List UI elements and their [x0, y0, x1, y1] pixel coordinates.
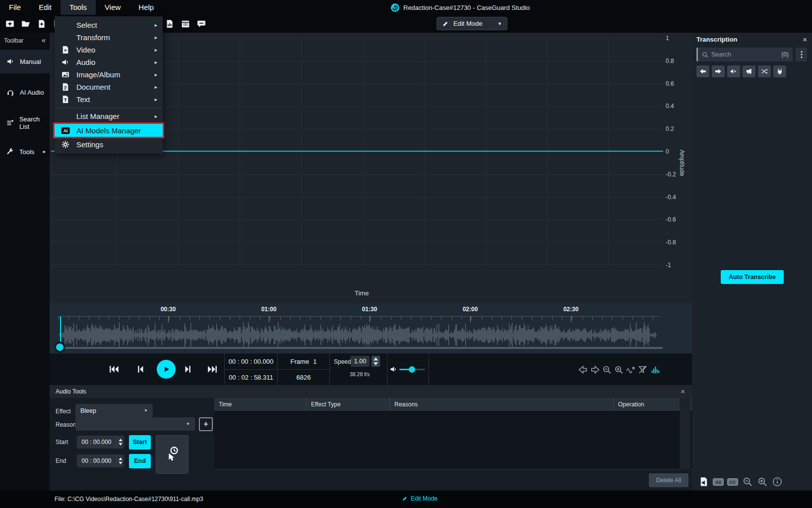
zoom-out-icon[interactable]: [602, 365, 612, 374]
plug-button[interactable]: [773, 65, 786, 77]
menu-item-settings[interactable]: Settings: [55, 138, 163, 151]
overview-waveform[interactable]: [59, 321, 660, 349]
mark-start-button[interactable]: Start: [129, 435, 151, 450]
add-reason-button[interactable]: +: [199, 417, 213, 431]
ytick: -0.8: [666, 239, 686, 246]
menu-item-list-manager[interactable]: List Manager►: [55, 110, 163, 122]
filter-off-icon[interactable]: [638, 365, 647, 374]
ytick: 0.2: [666, 125, 686, 132]
closed-captions-icon[interactable]: CC: [727, 478, 738, 486]
search-list-icon: [6, 119, 14, 127]
volume-icon[interactable]: [389, 365, 398, 373]
info-icon[interactable]: [772, 477, 783, 487]
table-scrollbar[interactable]: [680, 398, 690, 469]
search-match-count: (0): [781, 51, 789, 58]
open-folder-icon[interactable]: [21, 19, 31, 28]
menu-item-image-album[interactable]: Image/Album►: [55, 68, 163, 81]
next-frame-button[interactable]: [183, 364, 193, 374]
start-time-value: 00 : 00.000: [77, 439, 116, 446]
time-display-cell: 00 : 00 : 00.000 00 : 02 : 58.311: [224, 353, 278, 386]
menu-item-document[interactable]: Document►: [55, 81, 163, 93]
menu-item-transform[interactable]: Transform►: [55, 31, 163, 44]
column-header-time[interactable]: Time: [214, 398, 307, 411]
translate-icon[interactable]: A2: [713, 478, 724, 486]
new-case-icon[interactable]: [5, 19, 15, 28]
audio-tools-title: Audio Tools: [56, 388, 86, 395]
transcription-search-box[interactable]: (0): [696, 48, 793, 61]
delete-all-button[interactable]: Delete All: [649, 473, 688, 487]
clear-selection-icon[interactable]: [626, 365, 635, 374]
auto-transcribe-button[interactable]: Auto Transcribe: [721, 270, 784, 284]
submenu-arrow-icon: ►: [154, 60, 158, 65]
shuffle-button[interactable]: [758, 65, 771, 77]
sidebar-item-search-list[interactable]: Search List: [0, 111, 50, 135]
start-time-input[interactable]: 00 : 00.000: [77, 436, 124, 449]
start-time-spinner[interactable]: [116, 436, 124, 449]
volume-slider-thumb[interactable]: [409, 366, 415, 373]
audio-spectrum-icon[interactable]: [651, 365, 660, 374]
redo-view-icon[interactable]: [590, 365, 600, 374]
menu-item-video[interactable]: Video►: [55, 44, 163, 56]
next-match-button[interactable]: [712, 65, 725, 77]
announce-button[interactable]: [743, 65, 755, 77]
chat-icon[interactable]: [196, 19, 206, 28]
sidebar-item-tools[interactable]: Tools ►: [0, 140, 50, 164]
playhead-cursor[interactable]: [60, 316, 61, 342]
speed-input[interactable]: 1.00: [351, 356, 370, 367]
menu-view[interactable]: View: [96, 0, 129, 15]
pick-time-button[interactable]: [156, 435, 188, 474]
file-path: File: C:\CG Videos\Redaction-Case#12730\…: [55, 496, 203, 503]
end-time-spinner[interactable]: [116, 454, 124, 467]
close-icon[interactable]: ×: [681, 387, 685, 395]
search-options-button[interactable]: [796, 48, 807, 61]
reasons-select[interactable]: ▼: [75, 417, 195, 431]
zoom-out-icon[interactable]: [742, 477, 753, 487]
search-input[interactable]: [711, 51, 778, 58]
menu-help[interactable]: Help: [129, 0, 163, 15]
menu-edit[interactable]: Edit: [30, 0, 61, 15]
menu-tools[interactable]: Tools: [61, 0, 96, 15]
menu-file[interactable]: File: [0, 0, 30, 15]
skip-to-end-button[interactable]: [207, 364, 218, 374]
sidebar-item-ai-audio[interactable]: AI Audio: [0, 80, 50, 104]
play-icon: [162, 365, 170, 373]
speed-spinner[interactable]: [372, 356, 380, 367]
menu-item-ai-models-manager[interactable]: AI AI Models Manager: [55, 124, 163, 137]
previous-match-button[interactable]: [696, 65, 709, 77]
menu-item-select[interactable]: Select►: [55, 19, 163, 31]
window-title-group: Redaction-Case#12730 - CaseGuard Studio: [391, 0, 530, 15]
ytick: -0.4: [666, 194, 686, 201]
effects-table-body[interactable]: [214, 411, 740, 469]
spin-up-icon[interactable]: [374, 357, 378, 361]
seek-slider-track[interactable]: [55, 347, 663, 349]
previous-frame-button[interactable]: [135, 364, 146, 374]
zoom-in-icon[interactable]: [614, 365, 624, 374]
column-header-operation[interactable]: Operation: [614, 398, 680, 411]
collapse-sidebar-icon[interactable]: «: [42, 36, 46, 44]
calendar-icon[interactable]: [181, 19, 190, 28]
column-header-effect-type[interactable]: Effect Type: [307, 398, 390, 411]
fps-readout: 38.28 f/s: [350, 371, 370, 377]
undo-view-icon[interactable]: [578, 365, 588, 374]
chevron-down-icon: ▼: [186, 422, 190, 426]
play-button[interactable]: [157, 360, 176, 379]
seek-slider-thumb[interactable]: [56, 343, 63, 351]
mark-end-button[interactable]: End: [129, 454, 151, 468]
menu-item-audio[interactable]: Audio►: [55, 56, 163, 68]
spin-down-icon[interactable]: [374, 362, 378, 365]
edit-mode-dropdown[interactable]: Edit Mode ▼: [437, 17, 507, 30]
column-header-reasons[interactable]: Reasons: [390, 398, 614, 411]
report-icon[interactable]: [165, 19, 175, 28]
mute-word-button[interactable]: [727, 65, 740, 77]
menu-item-text[interactable]: Text►: [55, 93, 163, 106]
sidebar-item-manual[interactable]: Manual: [0, 50, 50, 73]
audio-tools-header: Audio Tools ×: [50, 385, 692, 398]
audio-file-icon[interactable]: [698, 477, 709, 487]
skip-to-start-button[interactable]: [108, 364, 119, 374]
window-title: Redaction-Case#12730 - CaseGuard Studio: [403, 4, 530, 11]
new-file-icon[interactable]: [37, 19, 47, 28]
close-icon[interactable]: ×: [803, 35, 807, 44]
effect-select[interactable]: Bleep ▼: [75, 404, 153, 417]
end-time-input[interactable]: 00 : 00.000: [77, 454, 124, 467]
zoom-in-icon[interactable]: [757, 477, 768, 487]
